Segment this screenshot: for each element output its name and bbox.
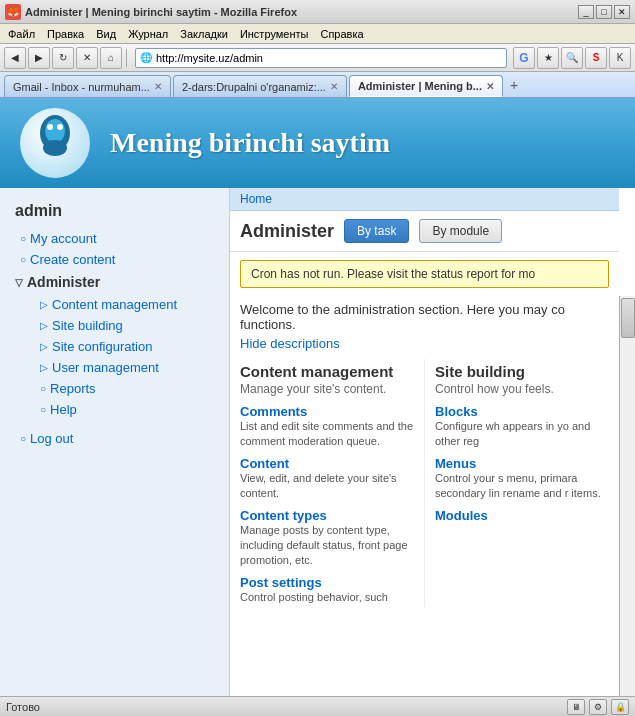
stop-button[interactable]: ✕ xyxy=(76,47,98,69)
address-bar[interactable]: 🌐 http://mysite.uz/admin xyxy=(135,48,507,68)
menu-file[interactable]: Файл xyxy=(2,26,41,42)
sidebar-item-create-content[interactable]: ○ Create content xyxy=(0,249,229,270)
url-icon: 🌐 xyxy=(140,52,152,63)
bullet-icon: ○ xyxy=(40,383,46,394)
sidebar-item-site-building[interactable]: ▷ Site building xyxy=(10,315,229,336)
bullet-icon: ▷ xyxy=(40,362,48,373)
sidebar-link-um-label: User management xyxy=(52,360,159,375)
bullet-icon: ▷ xyxy=(40,341,48,352)
by-task-tab[interactable]: By task xyxy=(344,219,409,243)
modules-link[interactable]: Modules xyxy=(435,508,609,523)
sidebar-item-site-configuration[interactable]: ▷ Site configuration xyxy=(10,336,229,357)
sidebar-item-reports[interactable]: ○ Reports xyxy=(10,378,229,399)
minimize-button[interactable]: _ xyxy=(578,5,594,19)
statusbar-icon-2[interactable]: ⚙ xyxy=(589,699,607,715)
window-title: Administer | Mening birinchi saytim - Mo… xyxy=(25,6,297,18)
content-management-title: Content management xyxy=(240,363,414,380)
svg-point-2 xyxy=(47,124,53,130)
site-building-col: Site building Control how you feels. Blo… xyxy=(424,359,619,607)
statusbar-icon-3[interactable]: 🔒 xyxy=(611,699,629,715)
statusbar-text: Готово xyxy=(6,701,559,713)
statusbar-icons: 🖥 ⚙ 🔒 xyxy=(567,699,629,715)
tabs-bar: Gmail - Inbox - nurmuham... ✕ 2-dars:Dru… xyxy=(0,72,635,98)
firefox-icon: 🦊 xyxy=(5,4,21,20)
site-title: Mening birinchi saytim xyxy=(110,127,390,159)
menu-tools[interactable]: Инструменты xyxy=(234,26,315,42)
window-controls[interactable]: _ □ ✕ xyxy=(578,5,630,19)
bullet-icon: ▷ xyxy=(40,320,48,331)
scrollbar[interactable] xyxy=(619,296,635,716)
sidebar-sub-administer: ▷ Content management ▷ Site building ▷ S… xyxy=(0,294,229,420)
content-management-col: Content management Manage your site's co… xyxy=(230,359,424,607)
url-text: http://mysite.uz/admin xyxy=(156,52,263,64)
sidebar-item-user-management[interactable]: ▷ User management xyxy=(10,357,229,378)
tab-drupal[interactable]: 2-dars:Drupalni o'rganamiz:... ✕ xyxy=(173,75,347,97)
content-link[interactable]: Content xyxy=(240,456,414,471)
menu-history[interactable]: Журнал xyxy=(122,26,174,42)
sidebar-link-sb-label: Site building xyxy=(52,318,123,333)
menus-link[interactable]: Menus xyxy=(435,456,609,471)
site-header: Mening birinchi saytim xyxy=(0,98,635,188)
sidebar-item-content-management[interactable]: ▷ Content management xyxy=(10,294,229,315)
svg-point-1 xyxy=(45,119,65,143)
menu-view[interactable]: Вид xyxy=(90,26,122,42)
new-tab-button[interactable]: + xyxy=(505,76,523,94)
bullet-icon: ○ xyxy=(40,404,46,415)
sidebar-item-account[interactable]: ○ My account xyxy=(0,228,229,249)
browser-titlebar: 🦊 Administer | Mening birinchi saytim - … xyxy=(0,0,635,24)
sidebar-item-administer[interactable]: ▽ Administer xyxy=(0,270,229,294)
sidebar-username: admin xyxy=(0,198,229,228)
maximize-button[interactable]: □ xyxy=(596,5,612,19)
scrollbar-thumb[interactable] xyxy=(621,298,635,338)
content-desc: View, edit, and delete your site's conte… xyxy=(240,471,414,502)
comments-link[interactable]: Comments xyxy=(240,404,414,419)
home-button[interactable]: ⌂ xyxy=(100,47,122,69)
tab-gmail[interactable]: Gmail - Inbox - nurmuham... ✕ xyxy=(4,75,171,97)
comments-desc: List and edit site comments and the comm… xyxy=(240,419,414,450)
search-button[interactable]: 🔍 xyxy=(561,47,583,69)
by-module-tab[interactable]: By module xyxy=(419,219,502,243)
reload-button[interactable]: ↻ xyxy=(52,47,74,69)
menu-edit[interactable]: Правка xyxy=(41,26,90,42)
triangle-icon: ▽ xyxy=(15,277,23,288)
extra-button[interactable]: K xyxy=(609,47,631,69)
breadcrumb-home[interactable]: Home xyxy=(240,192,272,206)
sidebar-item-logout[interactable]: ○ Log out xyxy=(0,428,229,449)
welcome-text: Welcome to the administration section. H… xyxy=(230,296,619,336)
post-settings-link[interactable]: Post settings xyxy=(240,575,414,590)
sidebar-item-help[interactable]: ○ Help xyxy=(10,399,229,420)
tab-gmail-close[interactable]: ✕ xyxy=(154,81,162,92)
hide-descriptions-link[interactable]: Hide descriptions xyxy=(230,336,619,359)
admin-header: Administer By task By module xyxy=(230,211,619,252)
close-button[interactable]: ✕ xyxy=(614,5,630,19)
sidebar-section-administer-label: Administer xyxy=(27,274,100,290)
bullet-icon: ○ xyxy=(20,433,26,444)
statusbar-icon-1[interactable]: 🖥 xyxy=(567,699,585,715)
menu-bookmarks[interactable]: Закладки xyxy=(174,26,234,42)
bullet-icon: ○ xyxy=(20,233,26,244)
admin-title: Administer xyxy=(240,221,334,242)
forward-button[interactable]: ▶ xyxy=(28,47,50,69)
tab-gmail-label: Gmail - Inbox - nurmuham... xyxy=(13,81,150,93)
s-button[interactable]: S xyxy=(585,47,607,69)
sidebar-link-account-label: My account xyxy=(30,231,96,246)
bullet-icon: ▷ xyxy=(40,299,48,310)
tab-administer-close[interactable]: ✕ xyxy=(486,81,494,92)
site-building-title: Site building xyxy=(435,363,609,380)
menu-bar: Файл Правка Вид Журнал Закладки Инструме… xyxy=(0,24,635,44)
content-types-desc: Manage posts by content type, including … xyxy=(240,523,414,569)
sidebar-link-cm-label: Content management xyxy=(52,297,177,312)
google-icon[interactable]: G xyxy=(513,47,535,69)
tab-drupal-label: 2-dars:Drupalni o'rganamiz:... xyxy=(182,81,326,93)
tab-administer[interactable]: Administer | Mening b... ✕ xyxy=(349,75,503,97)
site-building-desc: Control how you feels. xyxy=(435,382,609,396)
tab-drupal-close[interactable]: ✕ xyxy=(330,81,338,92)
star-icon[interactable]: ★ xyxy=(537,47,559,69)
back-button[interactable]: ◀ xyxy=(4,47,26,69)
blocks-link[interactable]: Blocks xyxy=(435,404,609,419)
content-grid: Content management Manage your site's co… xyxy=(230,359,619,607)
content-types-link[interactable]: Content types xyxy=(240,508,414,523)
bullet-icon: ○ xyxy=(20,254,26,265)
sidebar: admin ○ My account ○ Create content ▽ Ad… xyxy=(0,188,230,716)
menu-help[interactable]: Справка xyxy=(314,26,369,42)
